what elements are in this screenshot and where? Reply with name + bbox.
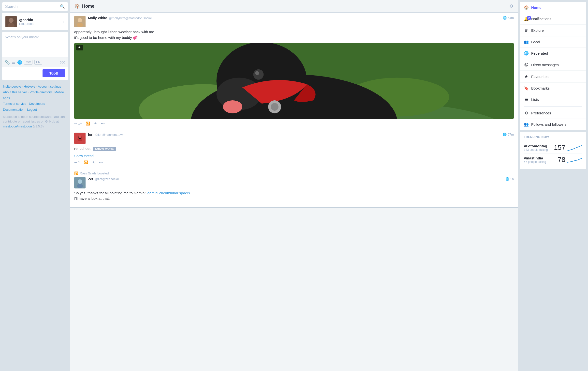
boost-button[interactable]: 🔁 [84, 160, 88, 164]
show-thread-link[interactable]: Show thread [74, 154, 514, 158]
compose-textarea[interactable] [2, 32, 68, 57]
post-author-handle: @molly0xfff@mastodon.social [109, 16, 152, 20]
compose-toolbar: 📎 ☰ 🌐 CW EN 500 [2, 58, 68, 67]
post-link[interactable]: gemini.circumlunar.space/ [147, 191, 190, 195]
post-time-row: 🌐 54m [503, 16, 514, 20]
compose-section: 📎 ☰ 🌐 CW EN 500 Toot! [2, 32, 68, 80]
svg-point-30 [79, 138, 81, 139]
trending-tag-2[interactable]: #mastindia [524, 156, 546, 160]
nav-label-explore: Explore [531, 28, 544, 32]
post-globe-icon: 🌐 [503, 16, 507, 20]
nav-section-main: 🏠 Home 🔔 2 Notifications # Explore 👥 Loc… [520, 2, 586, 130]
profile-chevron-icon[interactable]: › [63, 19, 65, 24]
profile-dir-link[interactable]: Profile directory [29, 90, 52, 94]
star-icon: ★ [524, 74, 529, 79]
post-image-container: 👁 [74, 43, 514, 119]
feed-header: 🏠 Home ⚙ [70, 0, 518, 13]
nav-item-home[interactable]: 🏠 Home [520, 2, 586, 13]
left-sidebar: 🔍 @corbin Edit profile › 📎 ☰ 🌐 CW EN [0, 0, 70, 371]
lang-button[interactable]: EN [34, 60, 42, 65]
hotkeys-link[interactable]: Hotkeys [24, 85, 35, 88]
home-icon: 🏠 [524, 5, 529, 10]
post-author-handle: @zef@zef.social [95, 177, 119, 181]
nav-item-explore[interactable]: # Explore [520, 25, 586, 36]
trending-tag-1[interactable]: #Fotomontag [524, 144, 548, 148]
account-settings-link[interactable]: Account settings [38, 85, 61, 88]
format-icon[interactable]: ☰ [12, 60, 15, 65]
post-card: lori @lori@hackers.town 🌐 57m re: cohost… [70, 129, 518, 168]
more-button[interactable]: ••• [101, 122, 105, 125]
documentation-link[interactable]: Documentation [3, 108, 24, 111]
svg-point-5 [77, 23, 83, 27]
cw-button[interactable]: CW [24, 60, 32, 65]
post-author-name[interactable]: lori [88, 133, 93, 137]
post-author-name[interactable]: Zef [88, 177, 93, 181]
terms-link[interactable]: Terms of service [3, 102, 26, 106]
post-card: 🔁 Ross Grady boosted Zef @zef@zef.social [70, 168, 518, 208]
post-body: re: cohost SHOW MORE [74, 146, 514, 152]
nav-separator [524, 106, 582, 107]
post-avatar[interactable] [74, 133, 86, 144]
attachment-icon[interactable]: 📎 [5, 60, 10, 65]
more-button[interactable]: ••• [99, 160, 103, 164]
post-image: 👁 [74, 43, 514, 119]
post-author-name[interactable]: Molly White [88, 16, 107, 20]
nav-item-follows[interactable]: 👥 Follows and followers [520, 119, 586, 130]
federated-icon: 🌐 [524, 51, 529, 56]
post-globe-icon: 🌐 [503, 133, 507, 136]
feed-title: 🏠 Home [75, 3, 94, 9]
post-avatar[interactable] [74, 16, 86, 27]
boost-button[interactable]: 🔁 [86, 122, 90, 125]
show-more-button[interactable]: SHOW MORE [93, 147, 116, 151]
post-header: lori @lori@hackers.town 🌐 57m [74, 133, 514, 144]
github-link[interactable]: mastodon/mastodon [3, 124, 32, 128]
filter-icon[interactable]: ⚙ [509, 3, 513, 9]
nav-item-bookmarks[interactable]: 🔖 Bookmarks [520, 83, 586, 94]
profile-section: @corbin Edit profile › [2, 13, 68, 30]
nav-item-favourites[interactable]: ★ Favourites [520, 71, 586, 83]
post-actions: ↩ 1+ 🔁 ★ ••• [74, 122, 514, 125]
boost-notice: 🔁 Ross Grady boosted [74, 171, 514, 175]
star-icon: ★ [94, 122, 97, 125]
post-card: Molly White @molly0xfff@mastodon.social … [70, 13, 518, 129]
favourite-button[interactable]: ★ [92, 160, 95, 164]
reply-button[interactable]: ↩ 1 [74, 160, 80, 164]
globe-icon[interactable]: 🌐 [17, 60, 22, 65]
profile-info: @corbin Edit profile [19, 18, 61, 26]
post-meta: lori @lori@hackers.town [88, 133, 500, 137]
edit-profile-link[interactable]: Edit profile [19, 22, 61, 26]
image-hide-btn[interactable]: 👁 [76, 45, 83, 50]
invite-link[interactable]: Invite people [3, 85, 21, 88]
reply-icon: ↩ [74, 122, 77, 125]
nav-item-preferences[interactable]: ⚙ Preferences [520, 108, 586, 119]
nav-label-notifications: Notifications [531, 17, 551, 21]
left-links: Invite people · Hotkeys · Account settin… [2, 82, 68, 131]
post-time-row: 🌐 57m [503, 133, 514, 136]
star-icon: ★ [92, 160, 95, 164]
about-link[interactable]: About this server [3, 90, 27, 94]
developers-link[interactable]: Developers [29, 102, 45, 106]
home-icon: 🏠 [75, 3, 80, 9]
post-avatar[interactable] [74, 177, 86, 188]
boost-icon: 🔁 [86, 122, 90, 125]
search-bar[interactable]: 🔍 [2, 2, 68, 11]
avatar [5, 16, 17, 27]
trending-tag-sub-2: 57 people talking [524, 160, 546, 164]
search-input[interactable] [5, 4, 58, 9]
reply-button[interactable]: ↩ 1+ [74, 122, 82, 125]
nav-item-direct-messages[interactable]: @ Direct messages [520, 59, 586, 71]
toot-btn-row: Toot! [2, 67, 68, 80]
toot-button[interactable]: Toot! [43, 69, 65, 77]
favourite-button[interactable]: ★ [94, 122, 97, 125]
svg-point-1 [9, 18, 14, 23]
nav-item-lists[interactable]: ☰ Lists [520, 94, 586, 105]
notifications-badge: 2 [527, 16, 531, 20]
trending-chart-2 [567, 156, 582, 163]
nav-item-notifications[interactable]: 🔔 2 Notifications [520, 13, 586, 25]
logout-link[interactable]: Logout [27, 108, 37, 111]
nav-item-local[interactable]: 👥 Local [520, 36, 586, 48]
nav-item-federated[interactable]: 🌐 Federated [520, 48, 586, 59]
boost-notice-icon: 🔁 [74, 171, 78, 175]
svg-point-32 [78, 179, 82, 184]
svg-point-27 [79, 135, 81, 138]
